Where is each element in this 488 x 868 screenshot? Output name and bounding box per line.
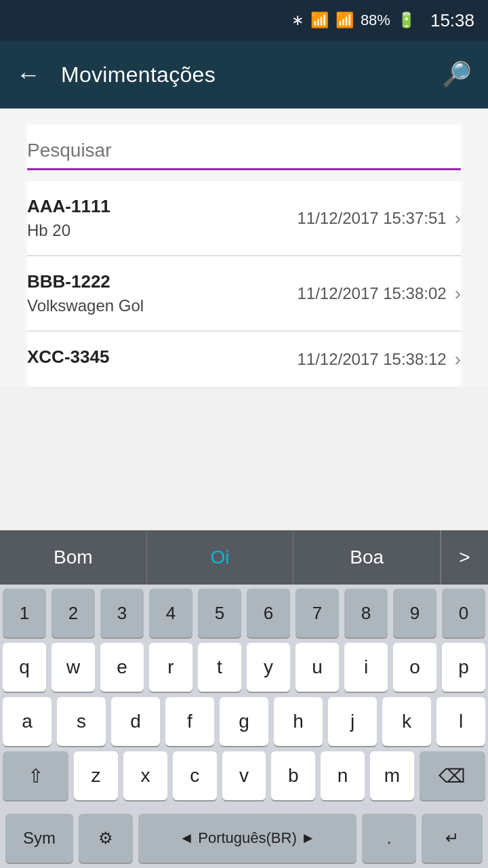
language-key[interactable]: ◄ Português(BR) ► <box>138 814 357 863</box>
clock: 15:38 <box>430 10 474 31</box>
key-d[interactable]: d <box>111 697 160 746</box>
key-g[interactable]: g <box>220 697 268 746</box>
key-3[interactable]: 3 <box>100 589 144 637</box>
key-4[interactable]: 4 <box>149 589 192 637</box>
bluetooth-icon: ∗ <box>291 12 304 29</box>
key-f[interactable]: f <box>165 697 214 746</box>
key-v[interactable]: v <box>222 751 266 800</box>
key-t[interactable]: t <box>198 643 241 692</box>
list-item-right: 11/12/2017 15:38:12 › <box>297 349 461 370</box>
item-plate: XCC-3345 <box>27 347 297 368</box>
key-1[interactable]: 1 <box>3 589 46 637</box>
list-item-left: BBB-1222 Volkswagen Gol <box>27 271 297 315</box>
list-item-left: XCC-3345 <box>27 347 297 372</box>
key-m[interactable]: m <box>370 751 414 800</box>
list-section: AAA-1111 Hb 20 11/12/2017 15:37:51 › BBB… <box>27 181 461 387</box>
key-u[interactable]: u <box>296 643 339 692</box>
suggestion-bom[interactable]: Bom <box>0 530 147 585</box>
key-7[interactable]: 7 <box>296 589 339 637</box>
item-model: Volkswagen Gol <box>27 296 297 315</box>
suggestions-arrow[interactable]: > <box>441 530 488 585</box>
back-button[interactable]: ← <box>16 60 41 89</box>
item-model: Hb 20 <box>27 221 297 240</box>
key-x[interactable]: x <box>123 751 167 800</box>
chevron-right-icon: › <box>455 208 461 229</box>
search-underline <box>27 168 461 170</box>
content-area: AAA-1111 Hb 20 11/12/2017 15:37:51 › BBB… <box>0 108 488 387</box>
number-row: 1 2 3 4 5 6 7 8 9 0 <box>3 589 485 637</box>
item-datetime: 11/12/2017 15:38:12 <box>297 350 446 369</box>
key-o[interactable]: o <box>393 643 436 692</box>
key-0[interactable]: 0 <box>442 589 485 637</box>
key-e[interactable]: e <box>100 643 144 692</box>
list-item-right: 11/12/2017 15:38:02 › <box>297 283 461 304</box>
item-datetime: 11/12/2017 15:37:51 <box>297 209 446 228</box>
key-8[interactable]: 8 <box>344 589 388 637</box>
signal-icon: 📶 <box>336 12 354 29</box>
list-item[interactable]: XCC-3345 11/12/2017 15:38:12 › <box>27 332 461 387</box>
key-b[interactable]: b <box>271 751 315 800</box>
keyboard-keys: 1 2 3 4 5 6 7 8 9 0 q w e r t y u i o p … <box>0 585 488 810</box>
asdf-row: a s d f g h j k l <box>3 697 485 746</box>
key-n[interactable]: n <box>321 751 365 800</box>
page-title: Movimentações <box>61 62 441 87</box>
item-datetime: 11/12/2017 15:38:02 <box>297 284 446 303</box>
item-plate: BBB-1222 <box>27 271 297 292</box>
search-refresh-button[interactable]: 🔎 <box>441 60 472 89</box>
suggestion-oi[interactable]: Oi <box>147 530 294 585</box>
key-q[interactable]: q <box>3 643 46 692</box>
key-5[interactable]: 5 <box>198 589 241 637</box>
key-h[interactable]: h <box>274 697 323 746</box>
key-k[interactable]: k <box>382 697 431 746</box>
list-item[interactable]: AAA-1111 Hb 20 11/12/2017 15:37:51 › <box>27 181 461 256</box>
battery-text: 88% <box>361 12 390 29</box>
app-bar: ← Movimentações 🔎 <box>0 41 488 108</box>
key-r[interactable]: r <box>149 643 192 692</box>
key-w[interactable]: w <box>52 643 95 692</box>
key-z[interactable]: z <box>74 751 118 800</box>
dot-key[interactable]: . <box>362 814 416 863</box>
list-item-right: 11/12/2017 15:37:51 › <box>297 208 461 229</box>
key-s[interactable]: s <box>57 697 106 746</box>
key-c[interactable]: c <box>173 751 217 800</box>
status-bar: ∗ 📶 📶 88% 🔋 15:38 <box>0 0 488 41</box>
list-item[interactable]: BBB-1222 Volkswagen Gol 11/12/2017 15:38… <box>27 256 461 331</box>
key-y[interactable]: y <box>247 643 290 692</box>
search-input[interactable] <box>27 132 461 168</box>
chevron-right-icon: › <box>455 283 461 304</box>
sym-key[interactable]: Sym <box>5 814 73 863</box>
search-container <box>27 125 461 170</box>
bottom-bar: Sym ⚙ ◄ Português(BR) ► . ↵ <box>0 810 488 868</box>
battery-icon: 🔋 <box>397 12 415 29</box>
key-i[interactable]: i <box>344 643 388 692</box>
key-p[interactable]: p <box>442 643 485 692</box>
zxcv-row: ⇧ z x c v b n m ⌫ <box>3 751 485 800</box>
keyboard: Bom Oi Boa > 1 2 3 4 5 6 7 8 9 0 q w e r… <box>0 530 488 868</box>
list-item-left: AAA-1111 Hb 20 <box>27 196 297 240</box>
suggestions-bar: Bom Oi Boa > <box>0 530 488 585</box>
enter-key[interactable]: ↵ <box>422 814 483 863</box>
chevron-right-icon: › <box>455 349 461 370</box>
key-j[interactable]: j <box>328 697 377 746</box>
gear-key[interactable]: ⚙ <box>79 814 133 863</box>
item-plate: AAA-1111 <box>27 196 297 217</box>
backspace-key[interactable]: ⌫ <box>420 751 485 800</box>
qwerty-row: q w e r t y u i o p <box>3 643 485 692</box>
key-2[interactable]: 2 <box>52 589 95 637</box>
suggestion-boa[interactable]: Boa <box>293 530 441 585</box>
key-a[interactable]: a <box>3 697 52 746</box>
key-l[interactable]: l <box>436 697 485 746</box>
key-6[interactable]: 6 <box>247 589 290 637</box>
shift-key[interactable]: ⇧ <box>3 751 68 800</box>
wifi-icon: 📶 <box>310 12 329 29</box>
key-9[interactable]: 9 <box>393 589 436 637</box>
